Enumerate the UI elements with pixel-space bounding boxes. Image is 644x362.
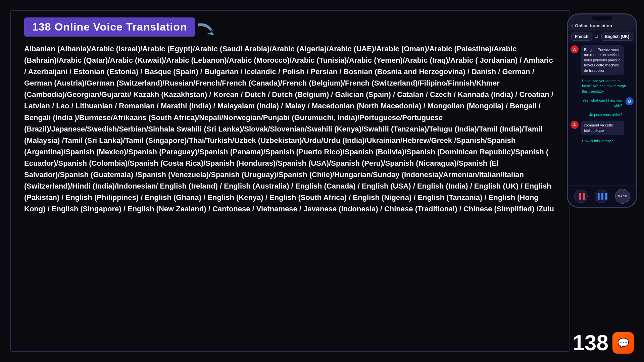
- chat-area: A Bonjour Pouvez-vous me rendre un servi…: [568, 43, 636, 185]
- badge-number: 138: [573, 330, 608, 355]
- chat-app-icon[interactable]: 💬: [612, 332, 634, 354]
- phone-frame: ‹ Online translation French ⇄ English (U…: [567, 13, 637, 208]
- wave-button[interactable]: ▐▐▐: [595, 190, 608, 203]
- avatar-a-2: A: [571, 121, 579, 129]
- language-selector-row: French ⇄ English (UK): [568, 31, 636, 43]
- bottom-badge: 138 💬: [573, 330, 634, 355]
- translation-2-row: Je peux vous aider?: [571, 112, 634, 118]
- main-container: 138 Online Voice Translation Albanian (A…: [10, 10, 570, 352]
- translation-text-2b: Je peux vous aider?: [588, 112, 624, 118]
- message-bubble-1: Bonjour Pouvez-vous me rendre un service…: [581, 45, 624, 75]
- mic-icon: ▐▐: [577, 193, 585, 199]
- phone-notch: [592, 16, 612, 20]
- avatar-a-1: A: [571, 45, 579, 53]
- source-language-button[interactable]: French: [571, 33, 592, 41]
- chat-message-2: Yes, what can I help you with? B: [571, 97, 634, 109]
- target-language-button[interactable]: English (UK): [601, 33, 633, 41]
- title-banner: 138 Online Voice Translation: [24, 17, 195, 37]
- avatar-b-1: B: [626, 97, 634, 105]
- translation-3: How is this library?: [571, 138, 634, 144]
- swap-languages-icon[interactable]: ⇄: [595, 34, 599, 39]
- translation-text-1: Hello, can you do me a favor? We can tal…: [581, 78, 629, 95]
- wave-icon: ▐▐▐: [596, 193, 607, 199]
- mic-button[interactable]: ▐▐: [574, 190, 588, 203]
- main-title: 138 Online Voice Translation: [32, 21, 187, 33]
- phone-screen-title: Online translation: [575, 23, 612, 28]
- languages-list: Albanian (Albania)/Arabic (Israel)/Arabi…: [24, 43, 556, 215]
- phone-mockup: ‹ Online translation French ⇄ English (U…: [567, 13, 637, 208]
- chat-message-1: A Bonjour Pouvez-vous me rendre un servi…: [571, 45, 634, 75]
- chat-message-3: A comment va cette bibliothèque: [571, 121, 634, 135]
- message-bubble-3: comment va cette bibliothèque: [581, 121, 624, 135]
- chat-icon: 💬: [617, 338, 629, 349]
- translation-text-2: Yes, what can I help you with?: [580, 97, 624, 109]
- arrow-icon: [197, 20, 220, 39]
- translation-text-3: How is this library?: [581, 138, 614, 144]
- phone-header: ‹ Online translation: [568, 20, 636, 31]
- back-chevron-icon[interactable]: ‹: [571, 22, 573, 29]
- title-background: 138 Online Voice Translation: [24, 17, 195, 37]
- phone-controls: ▐▐ ▐▐▐ BACK: [568, 185, 636, 207]
- back-button[interactable]: BACK: [615, 189, 630, 204]
- translation-1: Hello, can you do me a favor? We can tal…: [571, 78, 634, 95]
